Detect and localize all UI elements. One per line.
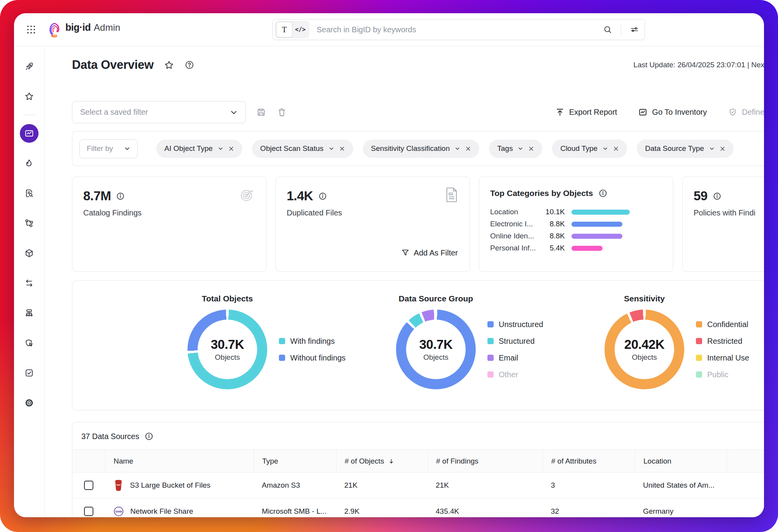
chevron-down-icon[interactable] bbox=[455, 146, 460, 151]
category-label: Location bbox=[490, 208, 540, 216]
legend-label: Restricted bbox=[707, 337, 742, 346]
data-cube-icon bbox=[24, 248, 34, 258]
apps-grid-icon[interactable] bbox=[26, 24, 37, 35]
global-search-bar[interactable]: T </> Search in BigID by keywords bbox=[272, 19, 645, 40]
donut-chart[interactable]: 30.7KObjects bbox=[187, 310, 267, 389]
datasource-name-cell[interactable]: S3 Large Bucket of Files bbox=[105, 472, 254, 499]
chevron-down-icon[interactable] bbox=[218, 146, 223, 151]
save-filter-icon[interactable] bbox=[256, 107, 266, 117]
sidebar-item-rocket[interactable] bbox=[20, 57, 39, 76]
sidebar-item-settings[interactable] bbox=[20, 394, 39, 412]
duplicated-files-card: 1.4K Duplicated Files Add As Filter bbox=[275, 177, 470, 272]
sidebar-item-classification[interactable] bbox=[20, 214, 39, 233]
close-icon[interactable] bbox=[613, 146, 619, 152]
donut-chart[interactable]: 30.7KObjects bbox=[396, 310, 476, 389]
filter-chip[interactable]: AI Object Type bbox=[156, 140, 242, 158]
table-row[interactable]: S3 Large Bucket of FilesAmazon S321K21K3… bbox=[72, 472, 764, 499]
sidebar-item-risk-flame[interactable] bbox=[20, 154, 39, 173]
info-icon[interactable] bbox=[318, 192, 327, 201]
column-header-name[interactable]: Name bbox=[105, 450, 254, 472]
sidebar-item-access-intelligence[interactable] bbox=[20, 334, 39, 352]
column-header--of-findings[interactable]: # of Findings bbox=[428, 450, 543, 472]
search-placeholder[interactable]: Search in BigID by keywords bbox=[317, 25, 416, 34]
filter-chip[interactable]: Tags bbox=[489, 140, 542, 158]
sidebar-item-data-flows[interactable] bbox=[20, 274, 39, 292]
legend-label: Public bbox=[707, 370, 728, 379]
donut-chart[interactable]: 20.42KObjects bbox=[605, 310, 684, 389]
row-checkbox[interactable] bbox=[84, 481, 93, 490]
chevron-down-icon[interactable] bbox=[709, 146, 715, 151]
legend-item[interactable]: Confidential bbox=[696, 320, 749, 329]
charts-card: Total Objects30.7KObjectsWith findingsWi… bbox=[72, 280, 764, 410]
legend-label: With findings bbox=[290, 337, 335, 346]
sidebar-item-tasks[interactable] bbox=[20, 364, 39, 382]
legend-item[interactable]: Restricted bbox=[696, 337, 749, 346]
column-header--of-objects[interactable]: # of Objects bbox=[336, 450, 428, 472]
category-bar bbox=[571, 210, 630, 215]
close-icon[interactable] bbox=[228, 146, 234, 152]
delete-filter-icon[interactable] bbox=[277, 107, 287, 117]
sidebar-item-hierarchy[interactable] bbox=[20, 304, 39, 322]
query-mode-button[interactable]: </> bbox=[293, 26, 308, 33]
chevron-down-icon[interactable] bbox=[518, 146, 523, 151]
export-report-button[interactable]: Export Report bbox=[555, 107, 617, 117]
sidebar-item-data-cube[interactable] bbox=[20, 244, 39, 262]
category-label: Electronic I... bbox=[490, 220, 540, 228]
table-row[interactable]: SMBNetwork File ShareMicrosoft SMB - L..… bbox=[72, 499, 764, 517]
donut-group: Data Source Group30.7KObjectsUnstructure… bbox=[396, 294, 605, 410]
row-checkbox[interactable] bbox=[84, 507, 93, 516]
add-as-filter-button[interactable]: Add As Filter bbox=[401, 248, 458, 257]
help-icon[interactable] bbox=[184, 60, 194, 70]
define-button[interactable]: Define bbox=[728, 107, 764, 117]
column-header-type[interactable]: Type bbox=[254, 450, 336, 472]
search-filters-icon[interactable] bbox=[627, 25, 642, 34]
sidebar-item-reports[interactable] bbox=[20, 184, 39, 203]
last-update-text: Last Update: 26/04/2025 23:07:01 | Nex bbox=[633, 61, 764, 69]
favorite-star-icon[interactable] bbox=[164, 60, 174, 70]
data-flows-icon bbox=[24, 278, 34, 288]
bigid-logo[interactable]: big·id Admin bbox=[47, 22, 120, 37]
sidebar-item-favorites-star[interactable] bbox=[20, 87, 39, 106]
filter-chip[interactable]: Data Source Type bbox=[637, 140, 734, 158]
close-icon[interactable] bbox=[465, 146, 471, 152]
filter-chip[interactable]: Cloud Type bbox=[552, 140, 627, 158]
column-header--of-attributes[interactable]: # of Attributes bbox=[543, 450, 635, 472]
policies-label: Policies with Findi bbox=[694, 208, 764, 217]
sidebar-item-data-overview-dashboard[interactable] bbox=[20, 124, 39, 143]
chevron-down-icon[interactable] bbox=[329, 146, 334, 151]
saved-filter-select[interactable]: Select a saved filter bbox=[72, 101, 246, 123]
info-icon[interactable] bbox=[713, 192, 722, 201]
column-header-label: Type bbox=[262, 457, 278, 466]
donut-center-label: Objects bbox=[215, 353, 240, 362]
legend-item[interactable]: Internal Use bbox=[696, 354, 749, 362]
info-icon[interactable] bbox=[598, 189, 608, 198]
legend-item[interactable]: Email bbox=[487, 354, 543, 362]
legend-item[interactable]: Structured bbox=[487, 337, 543, 346]
search-icon[interactable] bbox=[600, 25, 615, 34]
info-icon[interactable] bbox=[116, 192, 125, 201]
column-header-label: # of Objects bbox=[345, 457, 384, 466]
info-icon[interactable] bbox=[144, 432, 154, 441]
donut-group: Total Objects30.7KObjectsWith findingsWi… bbox=[187, 294, 396, 410]
go-to-inventory-button[interactable]: Go To Inventory bbox=[638, 107, 707, 117]
legend-item[interactable]: Unstructured bbox=[487, 320, 543, 329]
text-mode-button[interactable]: T bbox=[276, 22, 293, 37]
column-header-location[interactable]: Location bbox=[635, 450, 727, 472]
row-checkbox-cell bbox=[72, 472, 105, 499]
chevron-down-icon[interactable] bbox=[603, 146, 608, 151]
topbar: big·id Admin T </> Search in BigID by ke… bbox=[14, 13, 764, 46]
filter-chip[interactable]: Object Scan Status bbox=[252, 140, 353, 158]
close-icon[interactable] bbox=[720, 146, 725, 152]
filter-by-dropdown[interactable]: Filter by bbox=[79, 139, 138, 158]
legend-item[interactable]: Other bbox=[487, 370, 543, 379]
legend-item[interactable]: With findings bbox=[279, 337, 345, 346]
legend-item[interactable]: Without findings bbox=[279, 354, 345, 362]
datasource-name-cell[interactable]: SMBNetwork File Share bbox=[105, 499, 254, 517]
datasource-name: S3 Large Bucket of Files bbox=[130, 481, 210, 490]
category-row: Online Iden...8.8K bbox=[490, 232, 662, 240]
location-cell: United States of Am... bbox=[635, 472, 727, 499]
close-icon[interactable] bbox=[528, 146, 534, 152]
filter-chip[interactable]: Sensitivity Classification bbox=[363, 140, 480, 158]
legend-item[interactable]: Public bbox=[696, 370, 749, 379]
close-icon[interactable] bbox=[339, 146, 345, 152]
